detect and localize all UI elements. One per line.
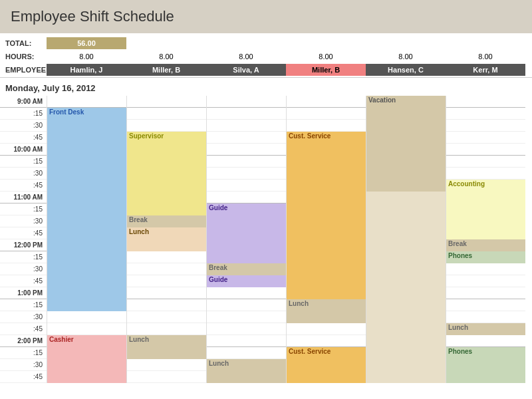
time-1045: :45 <box>0 180 47 192</box>
col-silva: Guide Break Guide Lunch <box>206 96 286 383</box>
kerr-accounting: Accounting <box>446 180 525 239</box>
time-1145: :45 <box>0 227 47 239</box>
hamlin-front-desk-1: Front Desk <box>47 108 126 311</box>
day-label: Monday, July 16, 2012 <box>0 78 532 96</box>
emp-miller2: Miller, B <box>286 64 366 76</box>
kerr-phones-2: Phones <box>446 347 525 383</box>
time-945: :45 <box>0 132 47 144</box>
time-1200: 12:00 PM <box>0 239 47 251</box>
time-1100: 11:00 AM <box>0 192 47 203</box>
hours-row: HOURS: 8.00 8.00 8.00 8.00 8.00 8.00 <box>0 51 532 63</box>
col-miller1: Supervisor Break Lunch Lunch <box>126 96 206 383</box>
page-title: Employee Shift Schedule <box>0 0 532 33</box>
time-115: :15 <box>0 299 47 311</box>
grid-body: 9:00 AM :15 :30 :45 10:00 AM :15 :30 :45… <box>0 96 532 383</box>
hours-hansen: 8.00 <box>366 51 446 63</box>
hansen-vacation: Vacation <box>366 96 446 192</box>
time-1015: :15 <box>0 156 47 168</box>
time-1000: 10:00 AM <box>0 144 47 156</box>
silva-lunch: Lunch <box>207 359 286 383</box>
miller2-cust-service-1: Cust. Service <box>287 132 366 299</box>
time-1245: :45 <box>0 275 47 287</box>
silva-break-2: Break <box>207 263 286 275</box>
hours-miller2: 8.00 <box>286 51 366 63</box>
hours-hamlin: 8.00 <box>47 51 126 63</box>
header-section: TOTAL: 56.00 HOURS: 8.00 8.00 8.00 8.00 … <box>0 33 532 78</box>
hamlin-cashier: Cashier <box>47 335 126 383</box>
time-915: :15 <box>0 108 47 120</box>
time-245: :45 <box>0 371 47 383</box>
hours-silva: 8.00 <box>206 51 286 63</box>
time-145: :45 <box>0 323 47 335</box>
miller2-cust-service-2: Cust. Service <box>287 347 366 383</box>
total-row: TOTAL: 56.00 <box>0 37 532 49</box>
emp-miller1: Miller, B <box>126 64 206 76</box>
hours-miller1: 8.00 <box>126 51 206 63</box>
emp-kerr: Kerr, M <box>446 64 525 76</box>
col-miller2: Cust. Service Lunch Cust. Service <box>286 96 366 383</box>
time-230: :30 <box>0 359 47 371</box>
emp-silva: Silva, A <box>206 64 286 76</box>
silva-guide-2: Guide <box>207 275 286 287</box>
employee-row: EMPLOYEE: Hamlin, J Miller, B Silva, A M… <box>0 64 532 76</box>
time-130: :30 <box>0 311 47 323</box>
time-1130: :30 <box>0 215 47 227</box>
miller-lunch-2: Lunch <box>127 335 206 359</box>
time-column: 9:00 AM :15 :30 :45 10:00 AM :15 :30 :45… <box>0 96 47 383</box>
time-1115: :15 <box>0 203 47 215</box>
time-1030: :30 <box>0 168 47 180</box>
time-900: 9:00 AM <box>0 96 47 108</box>
kerr-lunch: Lunch <box>446 323 525 335</box>
miller-supervisor-1: Supervisor <box>127 132 206 227</box>
total-value: 56.00 <box>47 37 126 49</box>
time-1230: :30 <box>0 263 47 275</box>
schedule-grid: .grid-body { display: flex; flex-directi… <box>0 96 532 383</box>
hours-label: HOURS: <box>0 53 47 61</box>
col-hansen: Vacation <box>366 96 446 383</box>
silva-guide-1: Guide <box>207 203 286 263</box>
time-930: :30 <box>0 120 47 132</box>
miller-break-1: Break <box>127 215 206 227</box>
employee-label: EMPLOYEE: <box>0 66 47 74</box>
time-200: 2:00 PM <box>0 335 47 347</box>
kerr-phones-1: Phones <box>446 251 525 263</box>
time-1215: :15 <box>0 251 47 263</box>
emp-hansen: Hansen, C <box>366 64 446 76</box>
time-215: :15 <box>0 347 47 359</box>
col-kerr: Accounting Break Phones Lunch Phones <box>446 96 525 383</box>
time-100: 1:00 PM <box>0 287 47 299</box>
kerr-break: Break <box>446 239 525 251</box>
col-hamlin: Front Desk Cashier <box>47 96 126 383</box>
miller-lunch-1: Lunch <box>127 227 206 251</box>
total-label: TOTAL: <box>0 39 47 47</box>
emp-hamlin: Hamlin, J <box>47 64 126 76</box>
data-columns: Front Desk Cashier Supervisor Break Lunc… <box>47 96 532 383</box>
miller2-lunch: Lunch <box>287 299 366 323</box>
hours-kerr: 8.00 <box>446 51 525 63</box>
